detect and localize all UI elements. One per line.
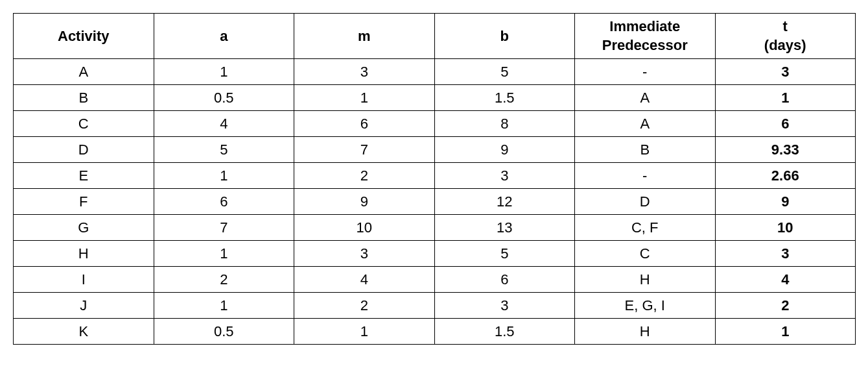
table-row: D579B9.33	[14, 137, 856, 163]
cell-predecessor: B	[575, 137, 716, 163]
cell-b: 1.5	[434, 319, 575, 345]
cell-predecessor: C, F	[575, 215, 716, 241]
cell-m: 3	[294, 241, 435, 267]
cell-activity: D	[14, 137, 154, 163]
cell-b: 12	[434, 189, 575, 215]
table-body: A135-3B0.511.5A1C468A6D579B9.33E123-2.66…	[14, 59, 856, 345]
cell-b: 5	[434, 241, 575, 267]
cell-activity: C	[14, 111, 154, 137]
cell-predecessor: A	[575, 111, 716, 137]
cell-predecessor: A	[575, 85, 716, 111]
cell-b: 9	[434, 137, 575, 163]
cell-a: 0.5	[154, 319, 294, 345]
table-row: I246H4	[14, 267, 856, 293]
cell-a: 1	[154, 163, 294, 189]
cell-b: 1.5	[434, 85, 575, 111]
cell-t: 1	[715, 85, 856, 111]
cell-m: 10	[294, 215, 435, 241]
table-row: G71013C, F10	[14, 215, 856, 241]
activity-table: Activity a m b Immediate Predecessor t (…	[13, 13, 856, 345]
header-predecessor-line2: Predecessor	[602, 36, 688, 55]
cell-activity: I	[14, 267, 154, 293]
table-row: K0.511.5H1	[14, 319, 856, 345]
table-row: H135C3	[14, 241, 856, 267]
header-predecessor-line1: Immediate	[609, 18, 680, 36]
cell-t: 3	[715, 241, 856, 267]
cell-t: 4	[715, 267, 856, 293]
table-row: F6912D9	[14, 189, 856, 215]
header-a: a	[154, 14, 294, 59]
table-row: A135-3	[14, 59, 856, 85]
cell-a: 6	[154, 189, 294, 215]
cell-activity: G	[14, 215, 154, 241]
cell-activity: F	[14, 189, 154, 215]
cell-m: 3	[294, 59, 435, 85]
cell-a: 5	[154, 137, 294, 163]
cell-m: 7	[294, 137, 435, 163]
cell-a: 0.5	[154, 85, 294, 111]
table-row: C468A6	[14, 111, 856, 137]
cell-a: 1	[154, 293, 294, 319]
cell-m: 1	[294, 319, 435, 345]
cell-activity: H	[14, 241, 154, 267]
header-m: m	[294, 14, 435, 59]
cell-b: 3	[434, 293, 575, 319]
cell-predecessor: -	[575, 163, 716, 189]
cell-t: 3	[715, 59, 856, 85]
cell-b: 8	[434, 111, 575, 137]
cell-activity: K	[14, 319, 154, 345]
cell-a: 7	[154, 215, 294, 241]
cell-t: 10	[715, 215, 856, 241]
cell-m: 2	[294, 163, 435, 189]
table-row: B0.511.5A1	[14, 85, 856, 111]
header-t: t (days)	[715, 14, 856, 59]
cell-predecessor: C	[575, 241, 716, 267]
cell-predecessor: H	[575, 319, 716, 345]
header-t-line1: t	[783, 18, 788, 36]
cell-m: 2	[294, 293, 435, 319]
cell-activity: E	[14, 163, 154, 189]
cell-activity: A	[14, 59, 154, 85]
cell-b: 6	[434, 267, 575, 293]
cell-b: 5	[434, 59, 575, 85]
header-activity: Activity	[14, 14, 154, 59]
cell-predecessor: -	[575, 59, 716, 85]
cell-activity: B	[14, 85, 154, 111]
cell-m: 4	[294, 267, 435, 293]
cell-t: 6	[715, 111, 856, 137]
cell-a: 1	[154, 59, 294, 85]
cell-t: 2	[715, 293, 856, 319]
cell-b: 13	[434, 215, 575, 241]
cell-t: 2.66	[715, 163, 856, 189]
cell-predecessor: E, G, I	[575, 293, 716, 319]
cell-b: 3	[434, 163, 575, 189]
cell-t: 9	[715, 189, 856, 215]
cell-m: 6	[294, 111, 435, 137]
table-row: E123-2.66	[14, 163, 856, 189]
cell-a: 2	[154, 267, 294, 293]
cell-a: 1	[154, 241, 294, 267]
cell-predecessor: D	[575, 189, 716, 215]
cell-m: 1	[294, 85, 435, 111]
header-t-line2: (days)	[764, 36, 806, 55]
header-predecessor: Immediate Predecessor	[575, 14, 716, 59]
cell-m: 9	[294, 189, 435, 215]
cell-t: 9.33	[715, 137, 856, 163]
cell-a: 4	[154, 111, 294, 137]
table-header-row: Activity a m b Immediate Predecessor t (…	[14, 14, 856, 59]
cell-activity: J	[14, 293, 154, 319]
cell-t: 1	[715, 319, 856, 345]
cell-predecessor: H	[575, 267, 716, 293]
header-b: b	[434, 14, 575, 59]
table-row: J123E, G, I2	[14, 293, 856, 319]
